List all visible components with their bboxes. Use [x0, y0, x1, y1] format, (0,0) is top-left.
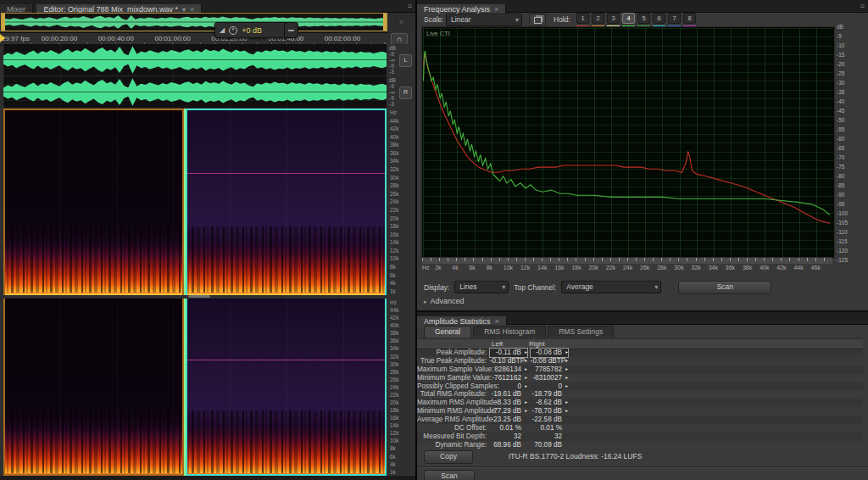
stats-value-cell-right[interactable]: -22.58 dB [531, 416, 568, 424]
frequency-scale-label: 36k [390, 338, 398, 343]
panel-menu-icon[interactable]: ≡ [408, 2, 412, 10]
advanced-toggle[interactable]: ▸Advanced [424, 297, 465, 305]
stats-row-label: True Peak Amplitude: [417, 357, 490, 366]
panel-menu-icon[interactable]: ≡ [860, 2, 865, 10]
playhead-caret[interactable] [0, 34, 5, 42]
top-channel-dropdown[interactable]: Average ▾ [561, 281, 661, 293]
frequency-scale-label: 40k [390, 322, 398, 328]
find-level-marker-icon[interactable]: ▸ [525, 357, 527, 366]
stats-value-cell-left[interactable]: -0.11 dB▸ [490, 349, 527, 357]
stats-value-cell-right[interactable]: -8.62 dB▸ [531, 399, 568, 407]
find-level-marker-icon[interactable]: ▸ [521, 382, 527, 391]
frequency-scale-label: 18k [390, 223, 398, 229]
scan-statistics-button[interactable]: Scan [424, 470, 475, 480]
stats-value-cell-right[interactable]: -78.70 dB▸ [531, 407, 568, 416]
statistics-subtabs: GeneralRMS HistogramRMS Settings [424, 326, 614, 338]
find-level-marker-icon[interactable]: ▸ [521, 374, 527, 382]
channel-r-button[interactable]: R [399, 87, 412, 99]
subtab-general[interactable]: General [424, 326, 471, 338]
hud-gain-value[interactable]: +0 dB [242, 26, 262, 35]
hold-button-1[interactable]: 1 [576, 13, 589, 27]
find-level-marker-icon[interactable]: ▸ [562, 407, 568, 416]
db-scale-labels: dB-9-∞-9-3 [389, 45, 396, 75]
find-level-marker-icon[interactable]: ▸ [521, 399, 527, 407]
hold-button-2[interactable]: 2 [592, 13, 604, 27]
loop-icon: ∩ [397, 35, 402, 43]
frequency-axis-label: 14k [537, 265, 554, 273]
snapshot-graph-button[interactable] [529, 14, 546, 26]
find-level-marker-icon[interactable]: ▸ [521, 366, 527, 374]
db-axis-label: -75 [837, 164, 867, 170]
zoom-scrollbar-handle[interactable] [188, 295, 210, 298]
find-level-marker-icon[interactable]: ▸ [521, 349, 527, 357]
stats-value-cell-left[interactable]: -23.25 dB [490, 416, 527, 424]
hold-button-6[interactable]: 6 [653, 13, 665, 27]
stats-value-cell-left[interactable]: -77.29 dB▸ [490, 407, 527, 416]
find-level-marker-icon[interactable]: ▸ [562, 382, 568, 391]
selection-right-region[interactable] [186, 109, 387, 476]
frequency-plot[interactable]: Live CTI [422, 27, 834, 258]
find-level-marker-icon[interactable]: ▸ [521, 407, 527, 416]
scale-dropdown[interactable]: Linear ▾ [446, 14, 522, 26]
copy-button[interactable]: Copy [424, 450, 473, 464]
frequency-axis-label: 38k [743, 265, 760, 273]
channel-l-button[interactable]: L [399, 54, 412, 67]
scan-button[interactable]: Scan [678, 281, 771, 294]
spectrogram-display[interactable] [3, 109, 387, 476]
close-icon[interactable]: × [495, 317, 499, 326]
stats-value-cell-left[interactable]: -0.10 dBTP▸ [490, 357, 527, 366]
volume-knob-icon[interactable] [229, 26, 237, 35]
stats-value-cell-left[interactable]: 8286134▸ [490, 366, 527, 374]
stats-value-cell-left[interactable]: 0▸ [490, 382, 527, 391]
stats-value-cell-right[interactable]: 0.01 % [531, 424, 568, 433]
db-axis-label: -10 [837, 42, 867, 48]
hold-button-3[interactable]: 3 [607, 13, 620, 27]
stats-value-cell-right[interactable]: -0.08 dB▸ [531, 349, 568, 357]
stats-value-cell-left[interactable]: -19.61 dB [490, 390, 527, 399]
frequency-axis-label: 4k [452, 265, 469, 273]
find-level-marker-icon[interactable]: ▸ [562, 366, 568, 374]
volume-hud[interactable]: ◢ +0 dB [214, 22, 291, 38]
hold-button-7[interactable]: 7 [668, 13, 681, 27]
subtab-rms-settings[interactable]: RMS Settings [548, 326, 614, 338]
plot-corner-label: Live CTI [426, 30, 450, 37]
playhead-cti-line[interactable] [184, 109, 186, 476]
stats-value-cell-left[interactable]: -7612162▸ [490, 374, 527, 382]
hud-pin-button[interactable] [284, 22, 298, 38]
column-right-label: Right [529, 340, 545, 348]
frequency-scale-bottom: Hz44k42k40k38k36k34k32k30k28k26k24k22k20… [387, 299, 415, 476]
selection-left-region[interactable] [3, 109, 184, 476]
stats-value-cell-right[interactable]: 32 [531, 433, 568, 441]
stats-value-cell-right[interactable]: 7785782▸ [531, 366, 568, 374]
hold-button-4[interactable]: 4 [622, 13, 635, 27]
find-level-marker-icon[interactable]: ▸ [562, 399, 568, 407]
chevron-down-icon: ▾ [515, 14, 519, 25]
frequency-scale-label: 40k [390, 134, 398, 140]
stats-value-cell-right[interactable]: -0.08 dBTP▸ [531, 357, 568, 366]
stats-value-cell-right[interactable]: 0▸ [531, 382, 568, 391]
stats-value-cell-left[interactable]: 0.01 % [490, 424, 527, 433]
frequency-scale-labels: Hz44k42k40k38k36k34k32k30k28k26k24k22k20… [390, 299, 398, 475]
find-level-marker-icon[interactable]: ▸ [562, 374, 568, 382]
db-axis-label: -35 [837, 89, 867, 95]
stats-value-cell-left[interactable]: 68.96 dB [490, 441, 527, 449]
stats-value-cell-right[interactable]: -18.79 dB [531, 390, 568, 399]
chevron-down-icon: ▾ [654, 282, 658, 293]
waveform-left-channel[interactable] [3, 44, 387, 75]
display-dropdown[interactable]: Lines ▾ [454, 281, 509, 293]
frequency-scale-label: 38k [390, 142, 398, 148]
stats-value-cell-right[interactable]: 70.09 dB [531, 441, 568, 449]
find-level-marker-icon[interactable]: ▸ [565, 357, 568, 366]
stats-value-cell-left[interactable]: 32 [490, 433, 527, 441]
stats-value-cell-right[interactable]: -8310027▸ [531, 374, 568, 382]
hold-button-8[interactable]: 8 [683, 13, 696, 27]
find-level-marker-icon[interactable]: ▸ [562, 349, 568, 357]
stats-value-cell-left[interactable]: -8.33 dB▸ [490, 399, 527, 407]
overview-navigator[interactable] [1, 13, 387, 31]
hold-button-5[interactable]: 5 [637, 13, 650, 27]
navigator-settings-icon[interactable]: × [388, 13, 415, 31]
stats-row: Possibly Clipped Samples:0▸0▸ [417, 382, 863, 391]
subtab-rms-histogram[interactable]: RMS Histogram [473, 326, 546, 338]
db-scale-label: -9 [389, 63, 396, 69]
waveform-right-channel[interactable] [3, 76, 387, 108]
